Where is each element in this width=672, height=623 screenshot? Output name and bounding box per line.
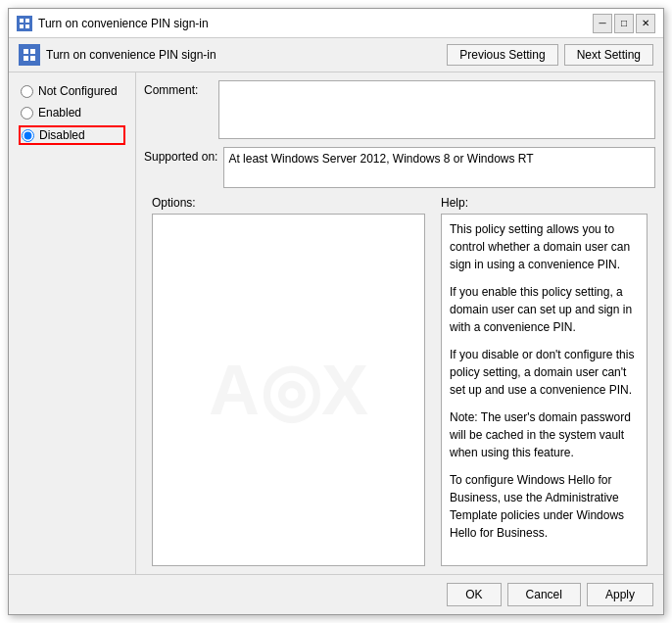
close-button[interactable]: ✕ [636, 14, 655, 33]
comment-section: Comment: [144, 80, 655, 139]
window-icon [17, 16, 32, 31]
header-buttons: Previous Setting Next Setting [447, 44, 653, 66]
cancel-button[interactable]: Cancel [507, 583, 581, 606]
disabled-label[interactable]: Disabled [39, 128, 85, 142]
svg-rect-6 [24, 49, 28, 54]
options-header: Options: [152, 196, 425, 210]
svg-rect-9 [30, 56, 35, 61]
help-paragraph: To configure Windows Hello for Business,… [450, 471, 639, 542]
supported-value: At least Windows Server 2012, Windows 8 … [223, 147, 655, 188]
help-paragraph: If you disable or don't configure this p… [450, 346, 639, 399]
maximize-button[interactable]: □ [614, 14, 634, 33]
svg-rect-4 [25, 24, 29, 28]
svg-rect-2 [25, 19, 29, 23]
header-bar: Turn on convenience PIN sign-in Previous… [9, 38, 663, 72]
bottom-content: Options: A◎X Help: This policy setting a… [144, 196, 655, 566]
comment-input[interactable] [218, 80, 655, 139]
header-title: Turn on convenience PIN sign-in [46, 48, 216, 62]
not-configured-option[interactable]: Not Configured [19, 82, 125, 100]
header-left: Turn on convenience PIN sign-in [19, 44, 216, 66]
help-paragraph: Note: The user's domain password will be… [450, 408, 639, 461]
options-box: A◎X [152, 214, 425, 566]
title-controls: ─ □ ✕ [593, 14, 655, 33]
help-paragraph: This policy setting allows you to contro… [450, 220, 639, 273]
ok-button[interactable]: OK [447, 583, 501, 606]
content-area: Not Configured Enabled Disabled Comment:… [9, 72, 663, 574]
main-window: Turn on convenience PIN sign-in ─ □ ✕ Tu… [8, 8, 664, 615]
footer: OK Cancel Apply [9, 574, 663, 614]
supported-section: Supported on: At least Windows Server 20… [144, 147, 655, 188]
watermark: A◎X [209, 349, 368, 431]
title-bar: Turn on convenience PIN sign-in ─ □ ✕ [9, 9, 663, 38]
svg-rect-8 [24, 56, 28, 61]
help-panel: Help: This policy setting allows you to … [433, 196, 655, 566]
enabled-label[interactable]: Enabled [38, 106, 81, 120]
not-configured-label[interactable]: Not Configured [38, 84, 118, 98]
supported-label: Supported on: [144, 147, 217, 164]
title-bar-left: Turn on convenience PIN sign-in [17, 16, 209, 31]
right-panel: Comment: Supported on: At least Windows … [136, 72, 663, 574]
disabled-option[interactable]: Disabled [19, 125, 125, 145]
apply-button[interactable]: Apply [587, 583, 653, 606]
policy-icon [19, 44, 40, 66]
next-setting-button[interactable]: Next Setting [564, 44, 653, 66]
help-paragraph: If you enable this policy setting, a dom… [450, 283, 639, 336]
window-title: Turn on convenience PIN sign-in [38, 17, 209, 30]
left-panel: Not Configured Enabled Disabled [9, 72, 136, 574]
enabled-radio[interactable] [21, 107, 33, 120]
comment-label: Comment: [144, 80, 213, 97]
minimize-button[interactable]: ─ [593, 14, 612, 33]
not-configured-radio[interactable] [21, 85, 33, 98]
disabled-radio[interactable] [22, 129, 34, 142]
prev-setting-button[interactable]: Previous Setting [447, 44, 557, 66]
help-header: Help: [441, 196, 648, 210]
svg-rect-1 [20, 19, 24, 23]
enabled-option[interactable]: Enabled [19, 104, 125, 121]
svg-rect-3 [20, 24, 24, 28]
options-panel: Options: A◎X [144, 196, 433, 566]
help-box: This policy setting allows you to contro… [441, 214, 648, 566]
svg-rect-7 [30, 49, 35, 54]
